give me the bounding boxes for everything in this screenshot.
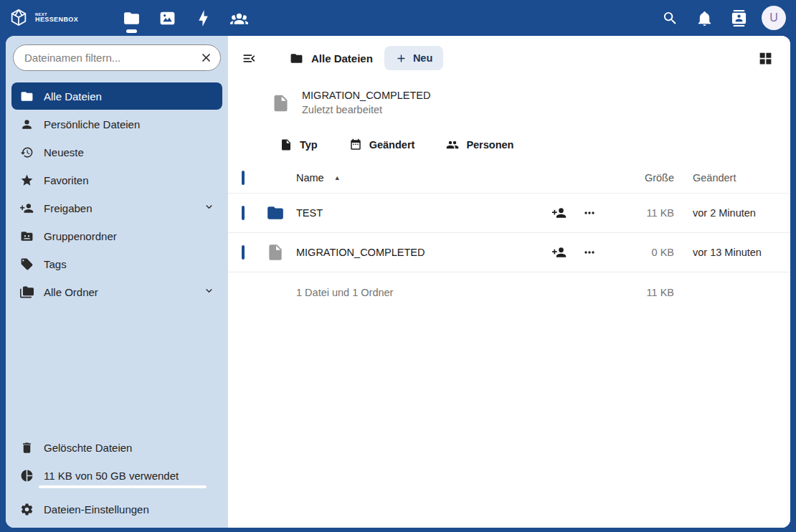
breadcrumb-label: Alle Dateien [311, 52, 373, 65]
file-size: 11 KB [621, 207, 674, 219]
sidebar-item-alle-ordner[interactable]: Alle Ordner [11, 278, 222, 305]
chevron-down-icon [203, 201, 215, 213]
contacts-menu-button[interactable] [721, 0, 756, 36]
column-header-name[interactable]: Name ▲ [296, 172, 552, 184]
sidebar-item-gruppenordner[interactable]: Gruppenordner [11, 222, 222, 250]
recent-file-subtitle: Zuletzt bearbeitet [302, 103, 430, 118]
sidebar-item-label: Alle Dateien [44, 90, 102, 103]
filter-chip-label: Personen [466, 139, 513, 151]
new-button[interactable]: Neu [384, 46, 443, 70]
notifications-button[interactable] [687, 0, 721, 36]
grid-view-icon [758, 51, 773, 66]
filter-chip-typ[interactable]: Typ [280, 138, 318, 151]
logo-line2: HESSENBOX [35, 16, 78, 23]
share-button[interactable] [552, 206, 567, 220]
column-header-size[interactable]: Größe [621, 172, 674, 184]
sidebar-item-label: Alle Ordner [44, 286, 98, 298]
topbar-right-controls: U [653, 0, 786, 36]
file-icon [280, 138, 293, 151]
filter-chip-label: Geändert [369, 139, 415, 151]
lightning-icon [194, 9, 212, 27]
recently-edited-card[interactable]: MIGRATION_COMPLETED Zuletzt bearbeitet [271, 89, 790, 117]
group-folder-icon [20, 229, 34, 243]
table-row-test[interactable]: TEST 11 KB vor 2 Minuten [228, 193, 790, 232]
folder-icon [20, 90, 34, 103]
filter-chip-personen[interactable]: Personen [446, 138, 513, 151]
collapse-sidebar-button[interactable] [237, 46, 261, 70]
people-icon [230, 9, 248, 27]
more-actions-button[interactable] [582, 206, 597, 220]
calendar-icon [349, 138, 362, 151]
search-icon [662, 10, 678, 27]
breadcrumb[interactable]: Alle Dateien [290, 52, 373, 65]
filter-clear-button[interactable] [196, 48, 216, 67]
new-button-label: Neu [413, 52, 432, 64]
sidebar-item-label: Dateien-Einstellungen [44, 503, 149, 516]
folder-icon [290, 52, 303, 65]
select-all-checkbox[interactable] [242, 171, 245, 185]
sidebar-item-label: Gruppenordner [44, 230, 117, 242]
folders-icon [20, 285, 34, 299]
filter-chip-geaendert[interactable]: Geändert [349, 138, 415, 151]
sidebar-item-persoenliche-dateien[interactable]: Persönliche Dateien [11, 110, 222, 138]
files-main: Alle Dateien Neu MIGRATION_COMPLETED Zul… [228, 36, 790, 528]
sidebar-item-tags[interactable]: Tags [11, 250, 222, 277]
file-name: TEST [296, 207, 552, 219]
sidebar-item-favoriten[interactable]: Favoriten [11, 166, 222, 194]
menu-open-icon [242, 51, 257, 66]
quota-progress-bar [39, 485, 207, 488]
sidebar-item-dateien-einstellungen[interactable]: Dateien-Einstellungen [11, 495, 222, 523]
filter-field-wrap [13, 44, 221, 71]
table-header-row: Name ▲ Größe Geändert [228, 163, 790, 193]
sidebar-item-label: Favoriten [44, 174, 89, 186]
app-activity-button[interactable] [185, 3, 221, 33]
search-button[interactable] [653, 0, 687, 36]
people-icon [446, 138, 459, 151]
recent-text: MIGRATION_COMPLETED Zuletzt bearbeitet [302, 89, 430, 117]
app-files-button[interactable] [113, 3, 149, 33]
row-checkbox[interactable] [242, 206, 245, 220]
folder-icon [266, 204, 285, 222]
app-contacts-button[interactable] [221, 3, 257, 33]
user-avatar[interactable]: U [762, 6, 786, 30]
grid-view-toggle-button[interactable] [753, 46, 777, 70]
tag-icon [20, 257, 34, 271]
more-actions-button[interactable] [582, 245, 597, 260]
content-card: Alle Dateien Persönliche Dateien Neueste… [6, 36, 790, 528]
notifications-bell-icon [696, 10, 713, 27]
pie-chart-icon [20, 469, 34, 483]
filter-chip-label: Typ [300, 139, 318, 151]
logo-text: NEXT HESSENBOX [35, 13, 78, 24]
files-sidebar: Alle Dateien Persönliche Dateien Neueste… [6, 36, 228, 528]
active-app-indicator [126, 29, 137, 33]
files-toolbar: Alle Dateien Neu [228, 36, 790, 70]
files-table: Name ▲ Größe Geändert TEST 11 KB vor 2 [228, 163, 790, 312]
sidebar-item-label: Persönliche Dateien [44, 118, 140, 130]
close-icon [199, 51, 213, 65]
column-header-modified[interactable]: Geändert [693, 172, 773, 184]
file-modified: vor 13 Minuten [693, 247, 773, 258]
sidebar-item-alle-dateien[interactable]: Alle Dateien [11, 82, 222, 110]
sidebar-item-neueste[interactable]: Neueste [11, 138, 222, 166]
person-icon [20, 118, 34, 131]
row-checkbox[interactable] [242, 245, 245, 260]
sidebar-item-geloeschte-dateien[interactable]: Gelöschte Dateien [11, 434, 222, 461]
expand-alle-ordner-button[interactable] [203, 285, 215, 299]
cube-logo-icon [7, 6, 30, 29]
hessenbox-logo[interactable]: NEXT HESSENBOX [7, 6, 100, 29]
share-button[interactable] [552, 245, 567, 260]
recent-file-title: MIGRATION_COMPLETED [302, 89, 430, 103]
sidebar-item-freigaben[interactable]: Freigaben [11, 194, 222, 222]
summary-text: 1 Datei und 1 Ordner [296, 287, 552, 298]
app-photos-button[interactable] [149, 3, 185, 33]
contacts-card-icon [731, 10, 747, 27]
filename-filter-input[interactable] [13, 44, 221, 71]
folder-icon [123, 9, 141, 27]
file-icon [271, 92, 290, 115]
expand-freigaben-button[interactable] [203, 201, 215, 215]
summary-size: 11 KB [621, 287, 674, 298]
trash-icon [20, 441, 34, 455]
file-modified: vor 2 Minuten [693, 207, 773, 219]
sidebar-item-label: Tags [44, 258, 67, 270]
table-row-migration-completed[interactable]: MIGRATION_COMPLETED 0 KB vor 13 Minuten [228, 232, 790, 272]
